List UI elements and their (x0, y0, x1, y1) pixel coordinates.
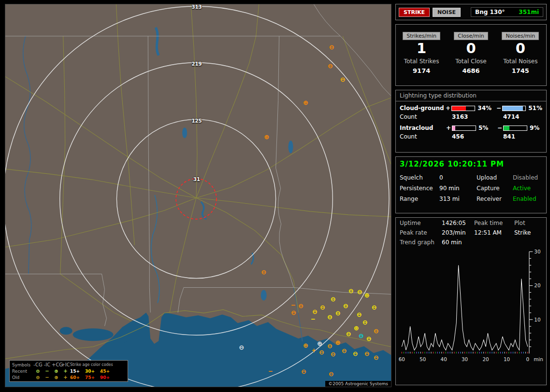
strike-symbol-cgn: ⊖ (312, 308, 318, 315)
age-60: 60+ (70, 375, 85, 380)
cg-negative-gauge (502, 106, 526, 111)
cloud-ground-row: Cloud-ground + 34% − 51% (396, 101, 546, 112)
plus-sign: + (446, 125, 452, 131)
intracloud-count-row: Count 456 841 (396, 132, 546, 141)
peak-time-value: 12:51 AM (474, 229, 514, 236)
cg-negative-pct: 51% (526, 105, 542, 112)
strike-symbol-icp: + (311, 347, 316, 354)
svg-text:10: 10 (504, 356, 510, 362)
recent-cg-neg-icon: ⊖ (33, 368, 43, 374)
strike-symbol-cgn: ⊖ (261, 268, 266, 276)
trend-graph-row: Trend graph 60 min (396, 237, 546, 247)
legend-col-ic-pos: +IC (61, 362, 70, 367)
session-section: Uptime 1426:05 Peak time Plot Peak rate … (395, 217, 547, 385)
upload-status: Disabled (513, 173, 542, 182)
rates-section: Strikes/min 1 Total Strikes 9174 Close/m… (395, 24, 547, 86)
strike-indicator-button[interactable]: STRIKE (399, 8, 430, 17)
strike-symbol-cgn: ⊖ (364, 350, 370, 357)
cg-positive-gauge (451, 106, 475, 111)
age-45: 45+ (100, 369, 116, 374)
age-75: 75+ (85, 375, 100, 380)
strike-symbol-cgn: ⊖ (319, 349, 324, 356)
noises-rate-column: Noises/min 0 Total Noises 1745 (496, 30, 545, 85)
trend-graph-label: Trend graph (400, 239, 442, 246)
strike-symbol-cgn: ⊖ (329, 43, 334, 51)
strike-symbol-cgn: ⊖ (366, 335, 372, 342)
strike-symbol-cgn: ⊖ (320, 304, 325, 311)
old-ic-neg-icon: − (43, 375, 52, 380)
strikes-per-min-chip: Strikes/min (403, 32, 440, 40)
uptime-value: 1426:05 (442, 220, 474, 226)
svg-text:10: 10 (534, 317, 540, 322)
age-30: 30+ (85, 369, 100, 374)
strike-symbol-cgp: ⊕ (335, 339, 341, 346)
strike-symbol-cgn: ⊖ (374, 354, 379, 361)
total-strikes-value: 9174 (397, 67, 446, 74)
ic-negative-pct: 9% (527, 125, 539, 131)
ic-positive-gauge (452, 126, 476, 131)
svg-text:min: min (534, 356, 543, 362)
strike-symbol-cgn: ⊖ (346, 330, 351, 337)
total-close-value: 4686 (446, 67, 495, 74)
strike-symbol-cgp: ⊕ (264, 133, 269, 140)
datetime-display: 3/12/2026 10:20:11 PM (396, 157, 546, 172)
strikes-rate-column: Strikes/min 1 Total Strikes 9174 (397, 30, 446, 85)
close-per-min-chip: Close/min (454, 32, 488, 40)
minus-sign: − (496, 105, 502, 112)
intracloud-row: Intracloud + 5% − 9% (396, 121, 546, 132)
strike-symbol-cgn: ⊖ (348, 287, 354, 294)
ic-negative-gauge (503, 126, 527, 131)
legend-symbols-label: Symbols (12, 363, 33, 367)
svg-text:30: 30 (534, 250, 540, 254)
legend-recent-label: Recent (12, 369, 33, 374)
plot-mode-value: Strike (514, 229, 542, 236)
svg-text:50: 50 (420, 356, 426, 362)
strike-symbol-cgp: ⊕ (303, 99, 308, 106)
lightning-map[interactable]: ⊖⊖⊖⊕⊕⊖−⊖⊖⊖⊖⊖⊖⊖⊖−⊖⊖⊕⊖⊖⊖⊕⊖⊖⊖⊖⊕⊖⊕⊕+⊖⊖⊖⊖⊖⊖⊖−… (5, 4, 391, 387)
cloud-ground-label: Cloud-ground (400, 105, 446, 112)
strike-symbol-icn: − (268, 368, 273, 375)
settings-row: Persistence 90 min Capture Active (396, 183, 546, 194)
noises-per-min-value: 0 (496, 41, 545, 56)
legend-col-cg-pos: +CG (52, 362, 61, 367)
cg-positive-pct: 34% (475, 105, 496, 112)
uptime-label: Uptime (400, 220, 442, 226)
peak-rate-row: Peak rate 203/min 12:51 AM Strike (396, 227, 546, 237)
strike-symbol-cgn: ⊖ (327, 313, 333, 321)
copyright-notice: ©2005 Astrogenic Systems (325, 381, 391, 387)
trend-chart-canvas: 1020306050403020100min (398, 250, 544, 363)
strike-symbol-cgn: ⊖ (331, 350, 336, 358)
svg-text:40: 40 (441, 356, 447, 362)
capture-label: Capture (477, 184, 513, 193)
age-15: 15+ (70, 369, 85, 374)
noises-per-min-chip: Noises/min (502, 32, 539, 40)
trend-graph-window: 60 min (442, 239, 474, 246)
strike-symbol-icn: − (310, 316, 315, 322)
svg-text:20: 20 (482, 356, 489, 362)
capture-status: Active (513, 184, 542, 193)
range-label: Range (400, 195, 439, 203)
age-90: 90+ (100, 375, 116, 380)
strike-symbol-cgp: ⊕ (364, 292, 370, 299)
svg-text:30: 30 (462, 356, 468, 362)
old-cg-neg-icon: ⊖ (33, 375, 43, 380)
strike-symbol-cgp: ⊕ (354, 324, 359, 332)
map-canvas: ⊖⊖⊖⊕⊕⊖−⊖⊖⊖⊖⊖⊖⊖⊖−⊖⊖⊕⊖⊖⊖⊕⊖⊖⊖⊖⊕⊖⊕⊕+⊖⊖⊖⊖⊖⊖⊖−… (5, 4, 391, 387)
bearing-value: Bng 130° (475, 9, 505, 15)
indicator-bar: STRIKE NOISE Bng 130° 351mi (395, 4, 547, 20)
total-close-label: Total Close (446, 58, 495, 65)
strike-symbol-icn: − (290, 302, 295, 308)
strike-symbol-cgn: ⊖ (340, 76, 346, 83)
range-value: 313 mi (439, 195, 477, 203)
settings-section: 3/12/2026 10:20:11 PM Squelch 0 Upload D… (395, 156, 547, 213)
strike-symbol-cgn: ⊖ (331, 295, 336, 303)
ic-positive-count: 456 (452, 133, 503, 140)
total-noises-label: Total Noises (496, 58, 545, 65)
squelch-value: 0 (439, 173, 477, 182)
legend-age-title: Strike age color codes (70, 363, 116, 367)
strike-symbol-cgn: ⊖ (301, 368, 306, 375)
count-label: Count (400, 133, 452, 140)
noise-indicator-button[interactable]: NOISE (433, 8, 461, 17)
ic-positive-pct: 5% (476, 125, 497, 131)
strike-symbol-cgn: ⊖ (343, 302, 348, 309)
